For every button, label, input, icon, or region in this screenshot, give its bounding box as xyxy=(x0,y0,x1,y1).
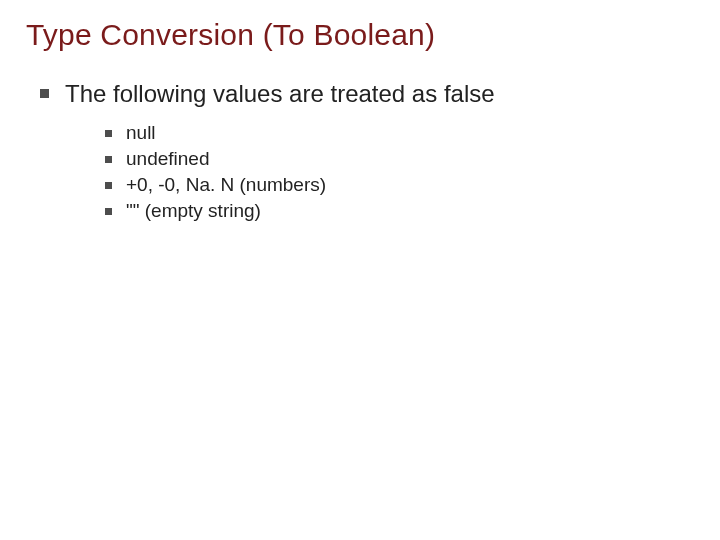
sub-list: null undefined +0, -0, Na. N (numbers) "… xyxy=(65,122,495,222)
square-bullet-icon xyxy=(105,208,112,215)
square-bullet-icon xyxy=(105,130,112,137)
list-item: "" (empty string) xyxy=(105,200,495,222)
sub-item-text: +0, -0, Na. N (numbers) xyxy=(126,174,326,196)
main-item-text: The following values are treated as fals… xyxy=(65,80,495,108)
sub-item-text: undefined xyxy=(126,148,209,170)
main-list: The following values are treated as fals… xyxy=(26,80,694,226)
sub-item-text: null xyxy=(126,122,156,144)
square-bullet-icon xyxy=(105,182,112,189)
list-item: +0, -0, Na. N (numbers) xyxy=(105,174,495,196)
square-bullet-icon xyxy=(40,89,49,98)
slide-title: Type Conversion (To Boolean) xyxy=(26,18,694,52)
list-item: undefined xyxy=(105,148,495,170)
sub-item-text: "" (empty string) xyxy=(126,200,261,222)
list-item: null xyxy=(105,122,495,144)
main-item: The following values are treated as fals… xyxy=(40,80,694,226)
square-bullet-icon xyxy=(105,156,112,163)
